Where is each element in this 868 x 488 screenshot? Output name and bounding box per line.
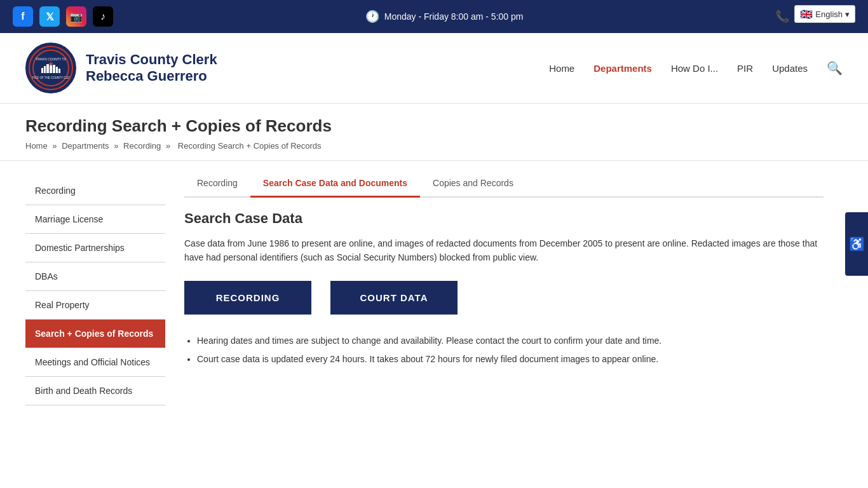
nav-home[interactable]: Home xyxy=(549,60,574,77)
facebook-icon[interactable]: f xyxy=(13,6,33,27)
sidebar-item-domestic-partnerships[interactable]: Domestic Partnerships xyxy=(25,234,165,262)
sidebar: Recording Marriage License Domestic Part… xyxy=(25,161,165,405)
hours-text: Monday - Friday 8:00 am - 5:00 pm xyxy=(384,11,524,22)
tab-search-case-data[interactable]: Search Case Data and Documents xyxy=(250,170,420,198)
flag-icon: 🇬🇧 xyxy=(800,8,813,20)
hours-info: 🕐 Monday - Friday 8:00 am - 5:00 pm xyxy=(365,10,524,24)
top-bar: f 𝕏 📷 ♪ 🕐 Monday - Friday 8:00 am - 5:00… xyxy=(0,0,868,33)
phone-icon: 📞 xyxy=(775,10,789,24)
page-title-area: Recording Search + Copies of Records Hom… xyxy=(0,104,868,161)
court-data-button[interactable]: COURT DATA xyxy=(330,281,458,315)
tab-copies-records[interactable]: Copies and Records xyxy=(420,170,526,196)
content-area: Recording Search Case Data and Documents… xyxy=(165,161,843,405)
accessibility-button[interactable]: ♿ xyxy=(845,212,868,276)
page-title: Recording Search + Copies of Records xyxy=(25,116,843,136)
twitter-icon[interactable]: 𝕏 xyxy=(39,6,60,27)
header: TRAVIS COUNTY TX OFFICE OF THE COUNTY CL… xyxy=(0,33,868,104)
search-button[interactable]: 🔍 xyxy=(827,60,843,76)
nav-updates[interactable]: Updates xyxy=(772,60,808,77)
accessibility-icon: ♿ xyxy=(849,236,865,252)
section-title: Search Case Data xyxy=(184,210,824,227)
breadcrumb-departments[interactable]: Departments xyxy=(62,141,109,151)
bullet-1: Hearing dates and times are subject to c… xyxy=(197,334,824,349)
logo-subtitle: Rebecca Guerrero xyxy=(86,68,217,85)
action-buttons: RECORDING COURT DATA xyxy=(184,281,824,315)
logo-area: TRAVIS COUNTY TX OFFICE OF THE COUNTY CL… xyxy=(25,43,217,93)
recording-button[interactable]: RECORDING xyxy=(184,281,311,315)
sidebar-item-dbas[interactable]: DBAs xyxy=(25,262,165,291)
tabs: Recording Search Case Data and Documents… xyxy=(184,170,824,198)
sidebar-item-real-property[interactable]: Real Property xyxy=(25,291,165,320)
language-label: English xyxy=(815,10,843,19)
breadcrumb-recording[interactable]: Recording xyxy=(123,141,161,151)
breadcrumb-sep3: » xyxy=(166,141,173,151)
tiktok-icon[interactable]: ♪ xyxy=(93,6,113,27)
breadcrumb-current: Recording Search + Copies of Records xyxy=(178,141,322,151)
main-nav: Home Departments How Do I... PIR Updates… xyxy=(549,60,843,77)
nav-how-do-i[interactable]: How Do I... xyxy=(671,60,718,77)
tab-recording[interactable]: Recording xyxy=(184,170,250,196)
info-bullets: Hearing dates and times are subject to c… xyxy=(184,334,824,367)
breadcrumb-sep2: » xyxy=(114,141,121,151)
nav-pir[interactable]: PIR xyxy=(737,60,753,77)
logo-title: Travis County Clerk xyxy=(86,51,217,68)
breadcrumb-home[interactable]: Home xyxy=(25,141,48,151)
language-selector[interactable]: 🇬🇧 English ▾ xyxy=(794,5,855,23)
chevron-down-icon: ▾ xyxy=(845,10,850,19)
instagram-icon[interactable]: 📷 xyxy=(66,6,86,27)
main-content: Recording Marriage License Domestic Part… xyxy=(0,161,868,405)
social-links: f 𝕏 📷 ♪ xyxy=(13,6,113,27)
breadcrumb-sep1: » xyxy=(52,141,59,151)
nav-departments[interactable]: Departments xyxy=(593,60,652,77)
section-description: Case data from June 1986 to present are … xyxy=(184,236,824,265)
logo-circle: TRAVIS COUNTY TX OFFICE OF THE COUNTY CL… xyxy=(25,43,76,93)
logo-image: TRAVIS COUNTY TX OFFICE OF THE COUNTY CL… xyxy=(27,44,74,92)
sidebar-item-recording[interactable]: Recording xyxy=(25,177,165,205)
bullet-2: Court case data is updated every 24 hour… xyxy=(197,352,824,367)
sidebar-item-birth-death[interactable]: Birth and Death Records xyxy=(25,377,165,405)
clock-icon: 🕐 xyxy=(365,10,379,24)
sidebar-item-search-copies[interactable]: Search + Copies of Records xyxy=(25,320,165,348)
logo-text: Travis County Clerk Rebecca Guerrero xyxy=(86,51,217,85)
breadcrumb: Home » Departments » Recording » Recordi… xyxy=(25,141,843,151)
sidebar-item-marriage-license[interactable]: Marriage License xyxy=(25,205,165,234)
sidebar-item-meetings[interactable]: Meetings and Official Notices xyxy=(25,348,165,377)
